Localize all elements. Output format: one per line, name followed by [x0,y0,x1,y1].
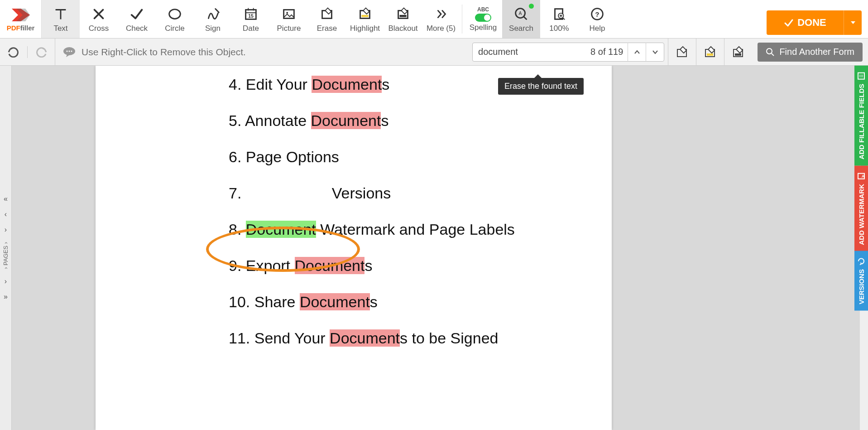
pages-label: › PAGES › [2,242,9,269]
search-input[interactable] [473,47,586,57]
versions-tab[interactable]: VERSIONS [854,251,868,311]
done-dropdown-button[interactable] [844,10,862,35]
svg-point-0 [169,9,181,19]
pages-last-button[interactable]: » [0,290,11,304]
tooltip: Erase the found text [498,78,584,95]
brand-logo[interactable]: PDFfiller [0,0,42,38]
add-watermark-tab[interactable]: ADD WATERMARK A [854,166,868,251]
svg-rect-12 [399,14,406,17]
search-prev-button[interactable] [628,43,646,62]
highlight-tool-button[interactable]: Highlight [346,0,384,38]
svg-point-24 [67,50,68,52]
svg-line-33 [772,53,774,56]
svg-line-14 [524,16,527,19]
blackout-tool-button[interactable]: Blackout [384,0,422,38]
svg-text:?: ? [595,10,599,18]
active-indicator-icon [529,4,534,9]
svg-point-32 [767,48,772,54]
svg-rect-31 [735,53,741,56]
text-tool-button[interactable]: Text [42,0,80,38]
svg-rect-10 [361,14,368,17]
spelling-toggle-icon [475,14,491,22]
spelling-toggle-button[interactable]: ABC Spelling [464,0,502,38]
pages-rail: « ‹ › › PAGES › › » [0,66,12,430]
svg-point-25 [69,50,70,52]
svg-text:A: A [519,10,522,15]
cross-tool-button[interactable]: Cross [80,0,118,38]
find-another-form-button[interactable]: Find Another Form [758,43,863,62]
zoom-button[interactable]: 100% [540,0,578,38]
more-tools-button[interactable]: More (5) [422,0,460,38]
svg-text:A: A [862,174,865,179]
search-box: 8 of 119 [472,43,664,62]
redo-button[interactable] [36,47,48,58]
svg-rect-29 [707,53,713,56]
svg-rect-6 [284,10,294,18]
erase-found-button[interactable] [668,39,696,65]
blackout-found-button[interactable] [724,39,752,65]
search-tool-button[interactable]: A Search [502,0,540,38]
svg-point-26 [71,50,72,52]
pages-next-button[interactable]: › [0,223,11,237]
done-button[interactable]: DONE [767,10,844,35]
pages-down-button[interactable]: › [0,275,11,288]
search-result-count: 8 of 119 [586,47,628,57]
svg-point-7 [286,12,288,14]
highlight-found-button[interactable] [696,39,724,65]
pages-prev-button[interactable]: ‹ [0,208,11,221]
picture-tool-button[interactable]: Picture [270,0,308,38]
sign-tool-button[interactable]: Sign [194,0,232,38]
search-next-button[interactable] [646,43,664,62]
circle-annotation[interactable] [206,227,360,272]
document-canvas[interactable]: 4. Edit Your Documents 5. Annotate Docum… [12,66,868,430]
date-tool-button[interactable]: 15 Date [232,0,270,38]
pages-first-button[interactable]: « [0,192,11,206]
second-toolbar: Use Right-Click to Remove this Object. 8… [0,39,868,66]
svg-text:15: 15 [248,13,254,18]
erase-tool-button[interactable]: Erase [308,0,346,38]
undo-button[interactable] [6,47,19,58]
add-fillable-fields-tab[interactable]: ADD FILLABLE FIELDS [854,66,868,166]
help-button[interactable]: ? Help [578,0,616,38]
check-tool-button[interactable]: Check [118,0,156,38]
comment-icon [62,46,76,58]
hint-text: Use Right-Click to Remove this Object. [82,47,246,58]
circle-tool-button[interactable]: Circle [156,0,194,38]
top-toolbar: PDFfiller Text Cross Check Circle Sign 1… [0,0,868,39]
document-page: 4. Edit Your Documents 5. Annotate Docum… [96,66,612,430]
